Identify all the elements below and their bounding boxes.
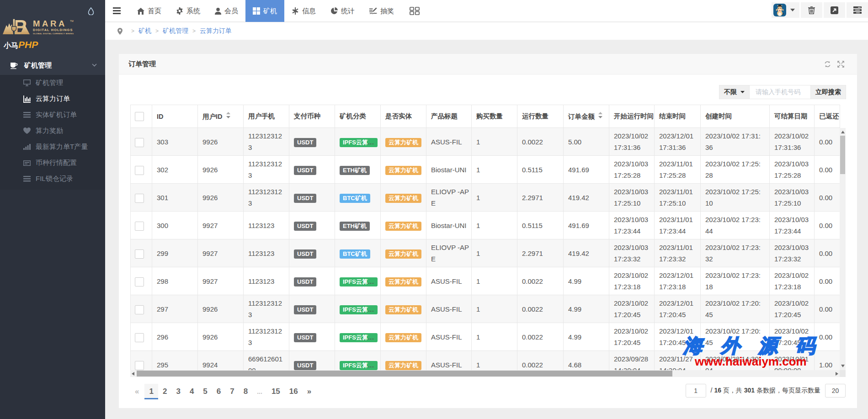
svg-text:DIGITAL HOLDINGS: DIGITAL HOLDINGS (33, 28, 73, 32)
svg-text:GLOBAL DIGITAL CURRENCY MINING: GLOBAL DIGITAL CURRENCY MINING (33, 32, 74, 35)
svg-text:TM: TM (70, 20, 74, 22)
svg-text:MARA: MARA (33, 19, 67, 28)
